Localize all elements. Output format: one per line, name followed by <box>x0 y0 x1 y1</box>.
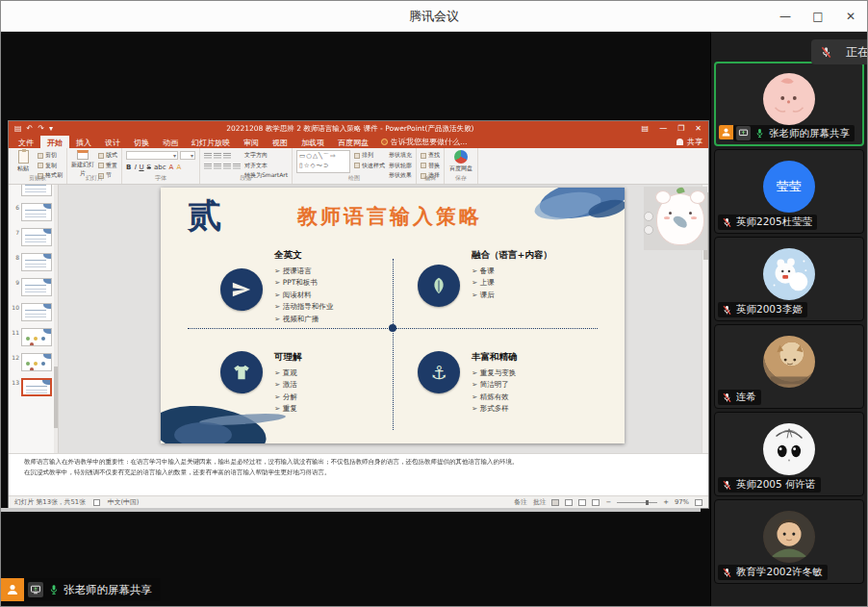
clear-format-icon[interactable]: abc <box>154 164 166 171</box>
thumbnail-slide-9[interactable]: 9 <box>12 278 53 296</box>
align-left-icon[interactable] <box>204 164 212 170</box>
ppt-close-icon[interactable]: ✕ <box>695 124 702 133</box>
align-right-icon[interactable] <box>223 164 231 170</box>
ribbon-options-icon[interactable]: ▤ <box>642 124 650 133</box>
text-direction-label: 文字方向 <box>244 151 268 160</box>
align-center-icon[interactable] <box>214 164 221 170</box>
number-list-icon[interactable] <box>214 153 221 160</box>
find-button[interactable]: 查找 <box>421 151 440 160</box>
paste-button[interactable]: 粘贴 <box>13 150 34 173</box>
redo-icon[interactable]: ↷ <box>38 124 44 133</box>
font-name-input[interactable] <box>126 151 178 160</box>
strikethrough-icon[interactable]: S <box>147 164 151 171</box>
save-icon[interactable]: ▤ <box>14 124 22 133</box>
indent-icon[interactable] <box>223 153 231 160</box>
share-button[interactable]: 共享 <box>687 137 702 147</box>
minimize-icon[interactable]: — <box>769 1 802 32</box>
quick-styles-button[interactable]: 快速样式 <box>354 162 385 170</box>
thumbnail-slide-5[interactable]: 5 <box>12 185 53 196</box>
slide-sorter-view-icon[interactable] <box>565 499 573 506</box>
zoom-level[interactable]: 97% <box>675 498 689 506</box>
thumbnail-slide-8[interactable]: 8 <box>12 253 53 271</box>
tab-slideshow[interactable]: 幻灯片放映 <box>185 136 237 148</box>
cut-button[interactable]: 剪切 <box>38 151 63 160</box>
arrange-button[interactable]: 排列 <box>354 151 385 160</box>
speaker-notes-pane[interactable]: 教师语言输入在外语教学中的重要性：在语言学习中输入是关键因素，输出是必经过程，没… <box>9 453 708 495</box>
tab-baidu-netdisk[interactable]: 百度网盘 <box>331 136 375 148</box>
bold-icon[interactable]: B <box>126 164 131 171</box>
tab-design[interactable]: 设计 <box>98 136 127 148</box>
arrange-icon <box>354 153 360 159</box>
participant-tile-lian[interactable]: 连希 <box>714 324 864 409</box>
participant-tile-du[interactable]: 莹莹 英师2205杜莹莹 <box>714 149 864 234</box>
thumbnail-slide-6[interactable]: 6 <box>12 203 53 221</box>
participant-tile-li[interactable]: 英师2003李嫦 <box>714 237 864 321</box>
anchor-glyph: ⚓ <box>430 364 447 382</box>
sticker-button-icon[interactable] <box>644 225 653 235</box>
thumbnail-slide-10[interactable]: 10 <box>12 303 53 321</box>
italic-icon[interactable]: I <box>134 164 136 171</box>
quick-styles-label: 快速样式 <box>362 162 385 170</box>
close-icon[interactable]: ✕ <box>834 1 867 32</box>
bullet-list-icon[interactable] <box>204 153 212 160</box>
participant-tile-he[interactable]: 英师2005 何许诺 <box>714 412 864 496</box>
tab-transitions[interactable]: 切换 <box>127 136 156 148</box>
slideshow-view-icon[interactable] <box>592 499 600 506</box>
tab-view[interactable]: 视图 <box>266 136 294 148</box>
sharing-status-text: 正在 <box>846 44 868 61</box>
thumbnail-slide-7[interactable]: 7 <box>12 228 53 246</box>
text-direction-button[interactable]: 文字方向 <box>244 151 288 160</box>
participant-tile-xu[interactable]: 教育学2002许冬敏 <box>714 499 864 584</box>
thumbnail-slide-11[interactable]: 11 <box>12 328 53 346</box>
tab-review[interactable]: 审阅 <box>237 136 266 148</box>
quadrant-bullets: 授课语言 PPT和板书 阅读材料 活动指导和作业 视频和广播 <box>274 266 333 325</box>
thumbnail-number: 9 <box>12 278 19 286</box>
zoom-out-icon[interactable]: − <box>605 498 611 506</box>
fit-to-window-icon[interactable] <box>695 499 702 506</box>
tab-addins[interactable]: 加载项 <box>294 136 331 148</box>
layout-button[interactable]: 版式 <box>98 151 117 160</box>
leaf-icon <box>418 265 460 307</box>
normal-view-icon[interactable] <box>551 499 559 506</box>
sticker-button-icon[interactable] <box>644 212 653 221</box>
mic-muted-icon[interactable] <box>820 46 832 59</box>
ppt-maximize-icon[interactable]: ❐ <box>677 124 684 133</box>
shape-fill-button[interactable]: 形状填充 <box>389 151 412 160</box>
tell-me-box[interactable]: 告诉我您想要做什么... <box>375 136 473 148</box>
highlight-color-icon[interactable]: A <box>176 164 181 171</box>
desktop-pet-sticker[interactable] <box>644 187 707 250</box>
qat-dropdown-icon[interactable]: ▾ <box>49 124 53 133</box>
shape-outline-button[interactable]: 形状轮廓 <box>389 162 412 170</box>
shapes-gallery[interactable]: ▭○△╲⌒⇨ ▯☆◇〜⊃ <box>296 150 350 173</box>
replace-button[interactable]: 替换 <box>421 162 440 170</box>
notes-toggle[interactable]: 备注 <box>514 497 527 507</box>
language-indicator[interactable]: 中文(中国) <box>108 497 140 507</box>
align-text-button[interactable]: 对齐文本 <box>244 162 288 170</box>
font-size-input[interactable] <box>180 151 195 160</box>
participant-tile-zhang[interactable]: 张老师的屏幕共享 <box>714 62 864 146</box>
maximize-icon[interactable]: □ <box>802 1 834 32</box>
tab-home[interactable]: 开始 <box>40 136 69 148</box>
tab-file[interactable]: 文件 <box>12 136 40 148</box>
zoom-slider[interactable] <box>617 502 657 503</box>
copy-button[interactable]: 复制 <box>38 162 63 170</box>
ppt-minimize-icon[interactable]: — <box>659 124 667 133</box>
tab-animations[interactable]: 动画 <box>156 136 185 148</box>
thumbnail-slide-13-selected[interactable]: 13 <box>12 378 53 396</box>
meeting-status-toolbar[interactable]: 正在 <box>811 39 868 64</box>
reading-view-icon[interactable] <box>578 499 586 506</box>
cut-label: 剪切 <box>45 151 57 160</box>
baidu-netdisk-button[interactable]: 百度网盘 <box>448 150 473 173</box>
zoom-in-icon[interactable]: + <box>663 498 669 506</box>
comments-toggle[interactable]: 批注 <box>533 497 547 507</box>
font-color-icon[interactable]: A <box>169 164 174 171</box>
tab-insert[interactable]: 插入 <box>69 136 98 148</box>
reset-button[interactable]: 重置 <box>98 162 117 170</box>
undo-icon[interactable]: ↶ <box>27 124 34 133</box>
underline-icon[interactable]: U <box>139 164 143 171</box>
thumbnail-scrollbar[interactable] <box>54 185 58 453</box>
spellcheck-icon[interactable] <box>93 499 100 506</box>
thumbnail-slide-12[interactable]: 12 <box>12 353 53 371</box>
ribbon-group-paragraph: 文字方向 对齐文本 转换为SmartArt 段落 <box>200 148 293 184</box>
justify-icon[interactable] <box>233 164 241 170</box>
